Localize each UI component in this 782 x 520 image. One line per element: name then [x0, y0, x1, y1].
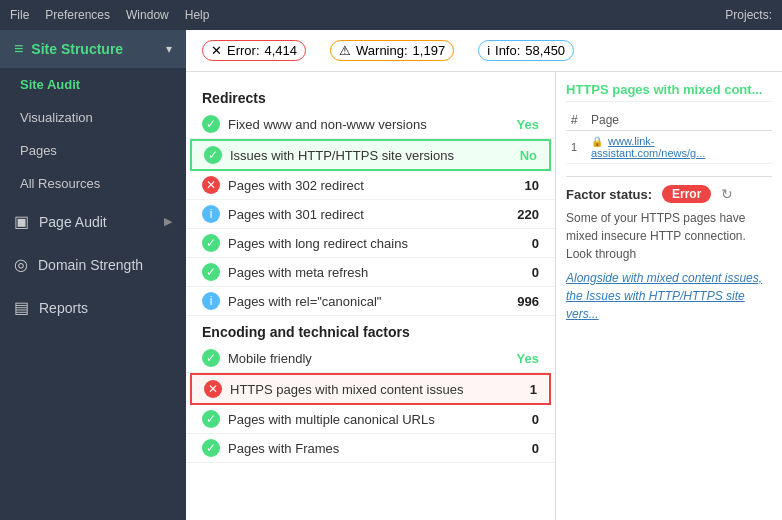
panels: Redirects ✓ Fixed www and non-www versio…	[186, 72, 782, 520]
sidebar-site-structure[interactable]: ≡ Site Structure ▾	[0, 30, 186, 68]
sidebar-item-page-audit[interactable]: ▣ Page Audit ▶	[0, 200, 186, 243]
row-label: Issues with HTTP/HTTPS site versions	[230, 148, 499, 163]
page-audit-label: Page Audit	[39, 214, 107, 230]
row-302[interactable]: ✕ Pages with 302 redirect 10	[186, 171, 555, 200]
page-url[interactable]: www.link-assistant.com/news/g...	[591, 135, 705, 159]
info-icon: i	[487, 43, 490, 58]
info-count: 58,450	[525, 43, 565, 58]
row-value: Yes	[509, 351, 539, 366]
row-label: Pages with long redirect chains	[228, 236, 501, 251]
row-multiple-canonical[interactable]: ✓ Pages with multiple canonical URLs 0	[186, 405, 555, 434]
ok-icon: ✓	[202, 263, 220, 281]
menu-window[interactable]: Window	[126, 8, 169, 22]
sidebar-item-all-resources[interactable]: All Resources	[0, 167, 186, 200]
row-label: Pages with 302 redirect	[228, 178, 501, 193]
ok-icon: ✓	[202, 234, 220, 252]
sidebar-item-domain-strength[interactable]: ◎ Domain Strength	[0, 243, 186, 286]
row-num: 1	[566, 131, 586, 164]
audit-panel: Redirects ✓ Fixed www and non-www versio…	[186, 72, 556, 520]
row-http-https[interactable]: ✓ Issues with HTTP/HTTPS site versions N…	[190, 139, 551, 171]
detail-title: HTTPS pages with mixed cont...	[566, 82, 772, 102]
row-value: 0	[509, 236, 539, 251]
info-icon: i	[202, 205, 220, 223]
ok-icon: ✓	[202, 410, 220, 428]
factor-status-label: Factor status:	[566, 187, 652, 202]
row-canonical[interactable]: i Pages with rel="canonical" 996	[186, 287, 555, 316]
sidebar-item-visualization[interactable]: Visualization	[0, 101, 186, 134]
row-value: No	[507, 148, 537, 163]
warning-icon: ⚠	[339, 43, 351, 58]
error-stat[interactable]: ✕ Error: 4,414	[202, 40, 306, 61]
sidebar-item-pages[interactable]: Pages	[0, 134, 186, 167]
row-value: 0	[509, 441, 539, 456]
row-label: HTTPS pages with mixed content issues	[230, 382, 499, 397]
stats-bar: ✕ Error: 4,414 ⚠ Warning: 1,197 i Info: …	[186, 30, 782, 72]
row-label: Mobile friendly	[228, 351, 501, 366]
factor-desc: Some of your HTTPS pages have mixed inse…	[566, 209, 772, 263]
reports-label: Reports	[39, 300, 88, 316]
row-meta-refresh[interactable]: ✓ Pages with meta refresh 0	[186, 258, 555, 287]
page-audit-arrow: ▶	[164, 215, 172, 228]
row-page[interactable]: 🔒 www.link-assistant.com/news/g...	[586, 131, 772, 164]
site-structure-label: Site Structure	[31, 41, 158, 57]
menubar: File Preferences Window Help Projects:	[0, 0, 782, 30]
menu-file[interactable]: File	[10, 8, 29, 22]
row-value: 0	[509, 265, 539, 280]
factor-status-section: Factor status: Error ↻ Some of your HTTP…	[566, 176, 772, 323]
table-row[interactable]: 1 🔒 www.link-assistant.com/news/g...	[566, 131, 772, 164]
row-fixed-www[interactable]: ✓ Fixed www and non-www versions Yes	[186, 110, 555, 139]
error-icon: ✕	[211, 43, 222, 58]
page-audit-icon: ▣	[14, 212, 29, 231]
row-frames[interactable]: ✓ Pages with Frames 0	[186, 434, 555, 463]
ok-icon: ✓	[202, 115, 220, 133]
row-value: 10	[509, 178, 539, 193]
sidebar: ≡ Site Structure ▾ Site Audit Visualizat…	[0, 30, 186, 520]
app-body: ≡ Site Structure ▾ Site Audit Visualizat…	[0, 30, 782, 520]
row-label: Pages with Frames	[228, 441, 501, 456]
sidebar-item-reports[interactable]: ▤ Reports	[0, 286, 186, 329]
projects-label: Projects:	[725, 8, 772, 22]
content-area: ✕ Error: 4,414 ⚠ Warning: 1,197 i Info: …	[186, 30, 782, 520]
chevron-down-icon: ▾	[166, 42, 172, 56]
refresh-icon[interactable]: ↻	[721, 186, 733, 202]
row-301[interactable]: i Pages with 301 redirect 220	[186, 200, 555, 229]
warning-label: Warning:	[356, 43, 408, 58]
reports-icon: ▤	[14, 298, 29, 317]
row-value: Yes	[509, 117, 539, 132]
detail-table: # Page 1 🔒 www.link-assistant.com/news/g…	[566, 110, 772, 164]
row-label: Pages with rel="canonical"	[228, 294, 501, 309]
sidebar-item-site-audit[interactable]: Site Audit	[0, 68, 186, 101]
factor-desc-italic: Alongside with mixed content issues, the…	[566, 269, 772, 323]
row-https-mixed[interactable]: ✕ HTTPS pages with mixed content issues …	[190, 373, 551, 405]
domain-strength-icon: ◎	[14, 255, 28, 274]
warning-stat[interactable]: ⚠ Warning: 1,197	[330, 40, 454, 61]
ok-icon: ✓	[202, 439, 220, 457]
factor-status-header: Factor status: Error ↻	[566, 185, 772, 203]
info-icon: i	[202, 292, 220, 310]
row-label: Pages with 301 redirect	[228, 207, 501, 222]
menu-preferences[interactable]: Preferences	[45, 8, 110, 22]
error-icon: ✕	[202, 176, 220, 194]
row-label: Fixed www and non-www versions	[228, 117, 501, 132]
row-value: 0	[509, 412, 539, 427]
lock-icon: 🔒	[591, 136, 603, 147]
error-count: 4,414	[265, 43, 298, 58]
redirects-title: Redirects	[186, 82, 555, 110]
row-long-chains[interactable]: ✓ Pages with long redirect chains 0	[186, 229, 555, 258]
ok-icon: ✓	[202, 349, 220, 367]
row-label: Pages with meta refresh	[228, 265, 501, 280]
domain-strength-label: Domain Strength	[38, 257, 143, 273]
row-value: 220	[509, 207, 539, 222]
site-structure-icon: ≡	[14, 40, 23, 58]
error-label: Error:	[227, 43, 260, 58]
warning-count: 1,197	[413, 43, 446, 58]
info-stat[interactable]: i Info: 58,450	[478, 40, 574, 61]
row-value: 996	[509, 294, 539, 309]
menu-help[interactable]: Help	[185, 8, 210, 22]
ok-icon: ✓	[204, 146, 222, 164]
info-label: Info:	[495, 43, 520, 58]
col-page: Page	[586, 110, 772, 131]
row-label: Pages with multiple canonical URLs	[228, 412, 501, 427]
row-mobile-friendly[interactable]: ✓ Mobile friendly Yes	[186, 344, 555, 373]
row-value: 1	[507, 382, 537, 397]
